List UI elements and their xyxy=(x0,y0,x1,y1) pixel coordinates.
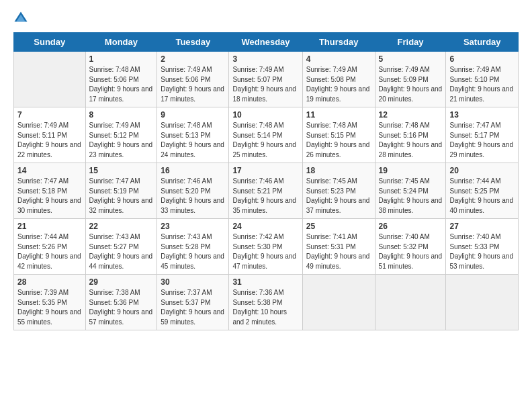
day-number: 9 xyxy=(161,110,225,120)
day-number: 10 xyxy=(232,110,298,120)
day-info: Sunrise: 7:40 AM Sunset: 5:33 PM Dayligh… xyxy=(449,232,515,271)
day-info: Sunrise: 7:42 AM Sunset: 5:30 PM Dayligh… xyxy=(232,232,298,271)
calendar-cell: 6Sunrise: 7:49 AM Sunset: 5:10 PM Daylig… xyxy=(446,52,519,107)
day-info: Sunrise: 7:49 AM Sunset: 5:07 PM Dayligh… xyxy=(232,65,298,104)
day-info: Sunrise: 7:47 AM Sunset: 5:18 PM Dayligh… xyxy=(17,177,82,216)
calendar-cell: 19Sunrise: 7:45 AM Sunset: 5:24 PM Dayli… xyxy=(375,163,446,219)
day-info: Sunrise: 7:49 AM Sunset: 5:11 PM Dayligh… xyxy=(17,121,82,160)
day-info: Sunrise: 7:45 AM Sunset: 5:24 PM Dayligh… xyxy=(379,177,443,216)
calendar-cell xyxy=(14,52,86,107)
calendar-cell: 9Sunrise: 7:48 AM Sunset: 5:13 PM Daylig… xyxy=(157,107,229,163)
calendar-week-row: 21Sunrise: 7:44 AM Sunset: 5:26 PM Dayli… xyxy=(14,219,519,275)
calendar-weekday-header: Wednesday xyxy=(229,33,302,52)
calendar-weekday-header: Saturday xyxy=(446,33,519,52)
calendar-weekday-header: Monday xyxy=(85,33,157,52)
calendar-cell xyxy=(375,275,446,330)
day-number: 28 xyxy=(17,277,82,287)
calendar-cell: 13Sunrise: 7:47 AM Sunset: 5:17 PM Dayli… xyxy=(446,107,519,163)
calendar-cell: 11Sunrise: 7:48 AM Sunset: 5:15 PM Dayli… xyxy=(302,107,375,163)
header-area xyxy=(13,11,519,26)
calendar-cell: 20Sunrise: 7:44 AM Sunset: 5:25 PM Dayli… xyxy=(446,163,519,219)
logo-icon xyxy=(13,11,28,26)
day-info: Sunrise: 7:44 AM Sunset: 5:26 PM Dayligh… xyxy=(17,232,82,271)
day-info: Sunrise: 7:46 AM Sunset: 5:20 PM Dayligh… xyxy=(161,177,225,216)
calendar-cell: 27Sunrise: 7:40 AM Sunset: 5:33 PM Dayli… xyxy=(446,219,519,275)
day-info: Sunrise: 7:48 AM Sunset: 5:13 PM Dayligh… xyxy=(161,121,225,160)
calendar-cell: 3Sunrise: 7:49 AM Sunset: 5:07 PM Daylig… xyxy=(229,52,302,107)
calendar-cell: 17Sunrise: 7:46 AM Sunset: 5:21 PM Dayli… xyxy=(229,163,302,219)
day-number: 12 xyxy=(379,110,443,120)
day-number: 26 xyxy=(379,222,443,231)
page: SundayMondayTuesdayWednesdayThursdayFrid… xyxy=(0,0,532,337)
day-info: Sunrise: 7:44 AM Sunset: 5:25 PM Dayligh… xyxy=(449,177,515,216)
day-info: Sunrise: 7:40 AM Sunset: 5:32 PM Dayligh… xyxy=(379,232,443,271)
day-info: Sunrise: 7:48 AM Sunset: 5:06 PM Dayligh… xyxy=(89,65,154,104)
calendar-week-row: 14Sunrise: 7:47 AM Sunset: 5:18 PM Dayli… xyxy=(14,163,519,219)
calendar-cell: 23Sunrise: 7:43 AM Sunset: 5:28 PM Dayli… xyxy=(157,219,229,275)
day-info: Sunrise: 7:36 AM Sunset: 5:38 PM Dayligh… xyxy=(232,288,298,327)
calendar-header-row: SundayMondayTuesdayWednesdayThursdayFrid… xyxy=(14,33,519,52)
day-info: Sunrise: 7:38 AM Sunset: 5:36 PM Dayligh… xyxy=(89,288,154,327)
day-number: 24 xyxy=(232,222,298,231)
day-info: Sunrise: 7:49 AM Sunset: 5:09 PM Dayligh… xyxy=(379,65,443,104)
day-number: 3 xyxy=(232,54,298,64)
day-info: Sunrise: 7:49 AM Sunset: 5:10 PM Dayligh… xyxy=(449,65,515,104)
day-number: 19 xyxy=(379,166,443,175)
calendar-weekday-header: Sunday xyxy=(14,33,86,52)
day-number: 31 xyxy=(232,277,298,287)
day-number: 13 xyxy=(449,110,515,120)
calendar-cell: 26Sunrise: 7:40 AM Sunset: 5:32 PM Dayli… xyxy=(375,219,446,275)
day-number: 20 xyxy=(449,166,515,175)
calendar-cell: 21Sunrise: 7:44 AM Sunset: 5:26 PM Dayli… xyxy=(14,219,86,275)
day-number: 7 xyxy=(17,110,82,120)
calendar-cell: 24Sunrise: 7:42 AM Sunset: 5:30 PM Dayli… xyxy=(229,219,302,275)
calendar-cell: 29Sunrise: 7:38 AM Sunset: 5:36 PM Dayli… xyxy=(85,275,157,330)
calendar-week-row: 1Sunrise: 7:48 AM Sunset: 5:06 PM Daylig… xyxy=(14,52,519,107)
day-info: Sunrise: 7:49 AM Sunset: 5:12 PM Dayligh… xyxy=(89,121,154,160)
calendar-cell: 8Sunrise: 7:49 AM Sunset: 5:12 PM Daylig… xyxy=(85,107,157,163)
day-number: 21 xyxy=(17,222,82,231)
day-info: Sunrise: 7:41 AM Sunset: 5:31 PM Dayligh… xyxy=(306,232,371,271)
day-number: 15 xyxy=(89,166,154,175)
calendar-cell: 30Sunrise: 7:37 AM Sunset: 5:37 PM Dayli… xyxy=(157,275,229,330)
day-number: 1 xyxy=(89,54,154,64)
day-number: 29 xyxy=(89,277,154,287)
calendar-cell xyxy=(302,275,375,330)
day-info: Sunrise: 7:49 AM Sunset: 5:08 PM Dayligh… xyxy=(306,65,371,104)
calendar-weekday-header: Thursday xyxy=(302,33,375,52)
calendar-cell: 10Sunrise: 7:48 AM Sunset: 5:14 PM Dayli… xyxy=(229,107,302,163)
calendar-cell: 15Sunrise: 7:47 AM Sunset: 5:19 PM Dayli… xyxy=(85,163,157,219)
calendar-cell: 18Sunrise: 7:45 AM Sunset: 5:23 PM Dayli… xyxy=(302,163,375,219)
day-info: Sunrise: 7:47 AM Sunset: 5:19 PM Dayligh… xyxy=(89,177,154,216)
day-number: 23 xyxy=(161,222,225,231)
calendar-week-row: 7Sunrise: 7:49 AM Sunset: 5:11 PM Daylig… xyxy=(14,107,519,163)
day-number: 4 xyxy=(306,54,371,64)
day-info: Sunrise: 7:47 AM Sunset: 5:17 PM Dayligh… xyxy=(449,121,515,160)
calendar-cell xyxy=(446,275,519,330)
day-info: Sunrise: 7:45 AM Sunset: 5:23 PM Dayligh… xyxy=(306,177,371,216)
day-number: 5 xyxy=(379,54,443,64)
calendar-weekday-header: Friday xyxy=(375,33,446,52)
calendar-table: SundayMondayTuesdayWednesdayThursdayFrid… xyxy=(13,32,519,330)
calendar-cell: 7Sunrise: 7:49 AM Sunset: 5:11 PM Daylig… xyxy=(14,107,86,163)
day-number: 14 xyxy=(17,166,82,175)
day-number: 8 xyxy=(89,110,154,120)
calendar-cell: 16Sunrise: 7:46 AM Sunset: 5:20 PM Dayli… xyxy=(157,163,229,219)
day-number: 22 xyxy=(89,222,154,231)
day-info: Sunrise: 7:48 AM Sunset: 5:15 PM Dayligh… xyxy=(306,121,371,160)
day-number: 27 xyxy=(449,222,515,231)
calendar-week-row: 28Sunrise: 7:39 AM Sunset: 5:35 PM Dayli… xyxy=(14,275,519,330)
day-info: Sunrise: 7:43 AM Sunset: 5:28 PM Dayligh… xyxy=(161,232,225,271)
calendar-weekday-header: Tuesday xyxy=(157,33,229,52)
day-info: Sunrise: 7:46 AM Sunset: 5:21 PM Dayligh… xyxy=(232,177,298,216)
calendar-cell: 12Sunrise: 7:48 AM Sunset: 5:16 PM Dayli… xyxy=(375,107,446,163)
day-number: 17 xyxy=(232,166,298,175)
day-number: 11 xyxy=(306,110,371,120)
calendar-cell: 14Sunrise: 7:47 AM Sunset: 5:18 PM Dayli… xyxy=(14,163,86,219)
day-info: Sunrise: 7:48 AM Sunset: 5:16 PM Dayligh… xyxy=(379,121,443,160)
day-info: Sunrise: 7:49 AM Sunset: 5:06 PM Dayligh… xyxy=(161,65,225,104)
day-number: 30 xyxy=(161,277,225,287)
day-number: 18 xyxy=(306,166,371,175)
calendar-cell: 31Sunrise: 7:36 AM Sunset: 5:38 PM Dayli… xyxy=(229,275,302,330)
calendar-cell: 28Sunrise: 7:39 AM Sunset: 5:35 PM Dayli… xyxy=(14,275,86,330)
